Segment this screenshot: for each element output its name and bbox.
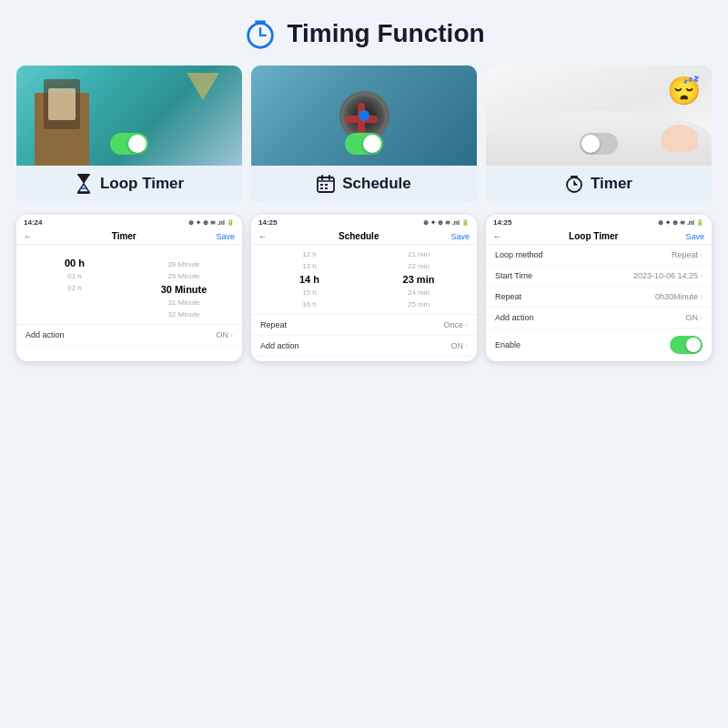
picker-item: 31 Minute (133, 297, 235, 308)
timer-add-action-value: ON › (217, 330, 234, 339)
loop-start-time-text: 2023-10-06 14:25 (633, 271, 698, 280)
timer-image: 😴 (486, 66, 712, 166)
loop-add-action-row[interactable]: Add action ON › (486, 308, 712, 329)
schedule-label-box: Schedule (251, 166, 477, 202)
loop-enable-label: Enable (495, 340, 521, 349)
timer-status-icons: ⊛ ✦ ⊕ ≋ .nl 🔋 (188, 219, 235, 227)
schedule-image (251, 66, 477, 166)
schedule-status-time: 14:25 (258, 218, 277, 227)
timer-add-action-row[interactable]: Add action ON › (16, 325, 242, 346)
loop-repeat-chevron: › (700, 292, 703, 301)
picker-item: 12 h (257, 248, 362, 260)
schedule-save-button[interactable]: Save (450, 232, 470, 241)
picker-item: 13 h (257, 260, 362, 272)
picker-item: 22 min (366, 260, 471, 272)
timer-hours-col: 00 h 01 h 02 h (24, 248, 126, 294)
schedule-card: Schedule (251, 66, 477, 202)
page: Timing Function (0, 0, 728, 728)
schedule-toggle[interactable] (345, 133, 383, 155)
timer-clock-icon (565, 175, 583, 193)
loop-save-button[interactable]: Save (685, 232, 704, 241)
timer-status-bar: 14:24 ⊛ ✦ ⊕ ≋ .nl 🔋 (16, 215, 242, 228)
loop-add-action-label: Add action (495, 313, 534, 322)
picker-item: 15 h (257, 287, 362, 298)
timer-back-button[interactable]: ← (24, 232, 32, 241)
schedule-selected-hour: 14 h (257, 272, 362, 287)
loop-nav: ← Loop Timer Save (486, 228, 712, 245)
loop-enable-toggle[interactable] (670, 336, 703, 354)
loop-repeat-row[interactable]: Repeat 0h30Minute › (486, 287, 712, 308)
loop-status-time: 14:25 (493, 218, 511, 227)
schedule-label-text: Schedule (342, 175, 411, 193)
timing-clock-icon (243, 16, 278, 51)
loop-repeat-text: 0h30Minute (655, 292, 698, 301)
schedule-status-bar: 14:25 ⊛ ✦ ⊕ ≋ .nl 🔋 (251, 215, 477, 228)
timer-selected-hour: 00 h (24, 256, 126, 270)
loop-start-chevron: › (700, 271, 703, 280)
phones-row: 14:24 ⊛ ✦ ⊕ ≋ .nl 🔋 ← Timer Save 00 h 01… (16, 215, 712, 361)
hourglass-icon (75, 174, 93, 194)
schedule-hours-col: 12 h 13 h 14 h 15 h 16 h (257, 248, 362, 310)
picker-item: 29 Minute (133, 270, 235, 282)
loop-timer-card: Loop Timer (16, 66, 242, 202)
schedule-minutes-col: 21 min 22 min 23 min 24 min 25 min (366, 248, 471, 310)
schedule-picker[interactable]: 12 h 13 h 14 h 15 h 16 h 21 min 22 min 2… (251, 245, 477, 315)
timer-add-action-on: ON (217, 330, 229, 339)
loop-start-time-value: 2023-10-06 14:25 › (633, 271, 703, 280)
loop-add-action-chevron: › (700, 313, 703, 322)
loop-timer-image (16, 66, 242, 166)
svg-rect-8 (325, 184, 328, 186)
schedule-chevron-icon: › (465, 341, 468, 350)
loop-start-time-label: Start Time (495, 271, 532, 280)
loop-timer-toggle[interactable] (110, 133, 148, 155)
schedule-add-action-on: ON (451, 341, 464, 350)
timer-save-button[interactable]: Save (216, 232, 235, 241)
feature-image-row: Loop Timer (16, 66, 712, 202)
timer-feature-label: Timer (565, 175, 632, 193)
timer-chevron-icon: › (230, 330, 233, 339)
timer-phone-screen: 14:24 ⊛ ✦ ⊕ ≋ .nl 🔋 ← Timer Save 00 h 01… (16, 215, 242, 361)
timer-nav: ← Timer Save (16, 228, 242, 245)
schedule-repeat-chevron: › (465, 320, 468, 329)
picker-item: 28 Minute (133, 258, 235, 270)
loop-timer-label-text: Loop Timer (100, 175, 184, 193)
schedule-feature-label: Schedule (317, 175, 411, 193)
loop-add-action-value: ON › (686, 313, 703, 322)
loop-start-time-row[interactable]: Start Time 2023-10-06 14:25 › (486, 266, 712, 287)
loop-repeat-label: Repeat (495, 292, 521, 301)
calendar-icon (317, 175, 335, 193)
timer-minutes-col: 28 Minute 29 Minute 30 Minute 31 Minute … (133, 258, 235, 320)
timer-nav-title: Timer (112, 231, 136, 241)
loop-nav-title: Loop Timer (569, 231, 618, 241)
timer-label-text: Timer (591, 175, 632, 193)
loop-method-row[interactable]: Loop method Repeat › (486, 245, 712, 266)
schedule-repeat-row[interactable]: Repeat Once › (251, 315, 477, 336)
header: Timing Function (243, 16, 484, 51)
picker-item: 24 min (366, 287, 471, 298)
schedule-back-button[interactable]: ← (258, 232, 267, 241)
loop-enable-row: Enable (486, 329, 712, 361)
schedule-nav: ← Schedule Save (251, 228, 477, 245)
loop-timer-feature-label: Loop Timer (75, 174, 184, 194)
loop-add-action-on: ON (686, 313, 699, 322)
loop-status-bar: 14:25 ⊛ ✦ ⊕ ≋ .nl 🔋 (486, 215, 712, 228)
timer-label-box: Timer (486, 166, 712, 202)
schedule-add-action-label: Add action (260, 341, 299, 350)
picker-item: 01 h (24, 270, 126, 282)
schedule-repeat-label: Repeat (260, 320, 287, 329)
picker-item: 16 h (257, 298, 362, 310)
svg-rect-1 (77, 174, 90, 176)
loop-method-label: Loop method (495, 250, 543, 259)
schedule-add-action-row[interactable]: Add action ON › (251, 336, 477, 357)
loop-method-text: Repeat (672, 250, 698, 259)
timer-toggle[interactable] (580, 133, 618, 155)
picker-item: 02 h (24, 282, 126, 294)
schedule-add-action-value: ON › (451, 341, 469, 350)
timer-picker[interactable]: 00 h 01 h 02 h 28 Minute 29 Minute 30 Mi… (16, 245, 242, 325)
loop-back-button[interactable]: ← (493, 232, 501, 241)
picker-item: 25 min (366, 298, 471, 310)
schedule-phone-screen: 14:25 ⊛ ✦ ⊕ ≋ .nl 🔋 ← Schedule Save 12 h… (251, 215, 477, 361)
schedule-nav-title: Schedule (339, 231, 379, 241)
svg-rect-10 (325, 187, 328, 189)
schedule-status-icons: ⊛ ✦ ⊕ ≋ .nl 🔋 (423, 219, 470, 227)
